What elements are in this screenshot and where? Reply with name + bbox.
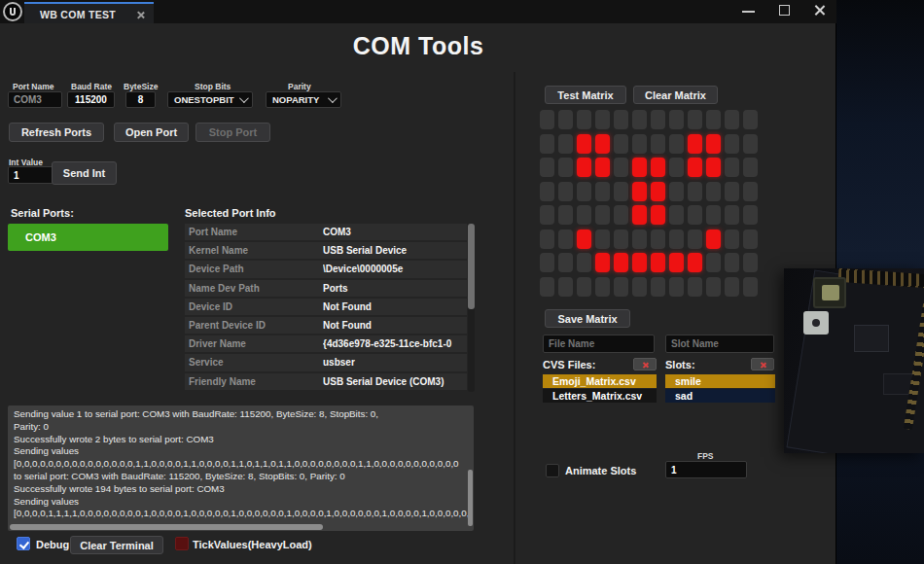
- port-info-row[interactable]: Parent Device IDNot Found: [185, 317, 467, 334]
- slot-delete-button[interactable]: [751, 358, 774, 370]
- port-name-input[interactable]: [8, 91, 62, 108]
- refresh-ports-button[interactable]: Refresh Ports: [9, 123, 104, 142]
- port-info-row[interactable]: Driver Name{4d36e978-e325-11ce-bfc1-0: [185, 335, 467, 352]
- cvs-delete-button[interactable]: [633, 358, 657, 370]
- matrix-cell[interactable]: [651, 253, 665, 272]
- matrix-cell[interactable]: [706, 229, 721, 249]
- byte-size-input[interactable]: [125, 91, 156, 108]
- animate-slots-checkbox[interactable]: [546, 464, 559, 477]
- matrix-cell[interactable]: [688, 110, 702, 129]
- matrix-cell[interactable]: [577, 158, 591, 177]
- list-item[interactable]: Letters_Matrix.csv: [543, 389, 657, 403]
- matrix-cell[interactable]: [725, 134, 739, 154]
- matrix-cell[interactable]: [595, 110, 610, 129]
- matrix-cell[interactable]: [669, 277, 684, 297]
- matrix-cell[interactable]: [688, 134, 702, 154]
- matrix-cell[interactable]: [651, 158, 665, 177]
- matrix-cell[interactable]: [651, 134, 665, 154]
- matrix-cell[interactable]: [688, 277, 702, 297]
- matrix-cell[interactable]: [558, 277, 573, 297]
- matrix-cell[interactable]: [688, 182, 702, 201]
- clear-matrix-button[interactable]: Clear Matrix: [633, 86, 718, 104]
- matrix-cell[interactable]: [669, 182, 684, 201]
- port-info-row[interactable]: Device IDNot Found: [185, 299, 467, 315]
- int-value-input[interactable]: [8, 166, 53, 184]
- matrix-cell[interactable]: [743, 229, 758, 249]
- matrix-cell[interactable]: [669, 110, 684, 129]
- matrix-cell[interactable]: [558, 205, 573, 225]
- port-info-row[interactable]: Serviceusbser: [185, 354, 467, 370]
- matrix-cell[interactable]: [725, 182, 739, 201]
- matrix-cell[interactable]: [632, 205, 647, 225]
- matrix-cell[interactable]: [651, 205, 665, 225]
- matrix-cell[interactable]: [595, 134, 610, 154]
- port-info-row[interactable]: Device Path\Device\0000005e: [185, 261, 467, 277]
- matrix-cell[interactable]: [540, 110, 554, 129]
- terminal-horizontal-scrollbar[interactable]: [10, 524, 323, 530]
- matrix-cell[interactable]: [688, 229, 702, 249]
- matrix-cell[interactable]: [743, 134, 758, 154]
- matrix-cell[interactable]: [577, 134, 591, 154]
- matrix-cell[interactable]: [669, 229, 684, 249]
- matrix-cell[interactable]: [632, 229, 647, 249]
- file-name-input[interactable]: [543, 335, 655, 353]
- matrix-cell[interactable]: [651, 277, 665, 297]
- fps-input[interactable]: [665, 461, 747, 478]
- matrix-cell[interactable]: [632, 253, 647, 272]
- matrix-cell[interactable]: [743, 253, 758, 272]
- matrix-cell[interactable]: [743, 205, 758, 225]
- matrix-cell[interactable]: [540, 158, 554, 177]
- stop-port-button[interactable]: Stop Port: [195, 123, 270, 142]
- matrix-cell[interactable]: [706, 158, 721, 177]
- matrix-cell[interactable]: [669, 253, 684, 272]
- matrix-cell[interactable]: [558, 182, 573, 201]
- matrix-cell[interactable]: [743, 182, 758, 201]
- matrix-cell[interactable]: [577, 182, 591, 201]
- window-tab[interactable]: WB COM TEST: [24, 2, 154, 23]
- matrix-cell[interactable]: [743, 277, 758, 297]
- matrix-cell[interactable]: [577, 110, 591, 129]
- open-port-button[interactable]: Open Port: [114, 123, 189, 142]
- parity-dropdown[interactable]: NOPARITY: [266, 91, 341, 108]
- port-info-row[interactable]: Friendly NameUSB Serial Device (COM3): [185, 373, 467, 390]
- stop-bits-dropdown[interactable]: ONESTOPBIT: [167, 91, 253, 108]
- matrix-cell[interactable]: [651, 229, 665, 249]
- slot-name-input[interactable]: [665, 335, 774, 353]
- matrix-cell[interactable]: [706, 134, 721, 154]
- minimize-icon[interactable]: [742, 11, 755, 13]
- close-icon[interactable]: [813, 4, 826, 17]
- matrix-cell[interactable]: [595, 182, 610, 201]
- matrix-cell[interactable]: [651, 110, 665, 129]
- matrix-cell[interactable]: [706, 277, 721, 297]
- matrix-cell[interactable]: [632, 158, 647, 177]
- matrix-cell[interactable]: [558, 253, 573, 272]
- matrix-cell[interactable]: [669, 205, 684, 225]
- matrix-cell[interactable]: [743, 158, 758, 177]
- port-info-row[interactable]: Port NameCOM3: [185, 224, 467, 240]
- matrix-cell[interactable]: [558, 229, 573, 249]
- matrix-cell[interactable]: [706, 182, 721, 201]
- matrix-cell[interactable]: [725, 229, 739, 249]
- tab-close-icon[interactable]: [136, 11, 145, 19]
- serial-port-list-item[interactable]: COM3: [8, 224, 168, 251]
- matrix-cell[interactable]: [632, 182, 647, 201]
- matrix-cell[interactable]: [614, 134, 628, 154]
- matrix-cell[interactable]: [558, 134, 573, 154]
- matrix-cell[interactable]: [706, 110, 721, 129]
- matrix-cell[interactable]: [688, 205, 702, 225]
- matrix-cell[interactable]: [725, 158, 739, 177]
- port-info-row[interactable]: Kernel NameUSB Serial Device: [185, 242, 467, 259]
- matrix-cell[interactable]: [706, 205, 721, 225]
- baud-rate-input[interactable]: [67, 91, 115, 108]
- matrix-cell[interactable]: [540, 253, 554, 272]
- save-matrix-button[interactable]: Save Matrix: [545, 309, 630, 328]
- matrix-cell[interactable]: [706, 253, 721, 272]
- matrix-cell[interactable]: [595, 253, 610, 272]
- matrix-cell[interactable]: [540, 229, 554, 249]
- matrix-cell[interactable]: [743, 110, 758, 129]
- matrix-cell[interactable]: [614, 182, 628, 201]
- debug-checkbox[interactable]: [17, 537, 30, 550]
- matrix-cell[interactable]: [540, 277, 554, 297]
- matrix-cell[interactable]: [651, 182, 665, 201]
- matrix-cell[interactable]: [688, 158, 702, 177]
